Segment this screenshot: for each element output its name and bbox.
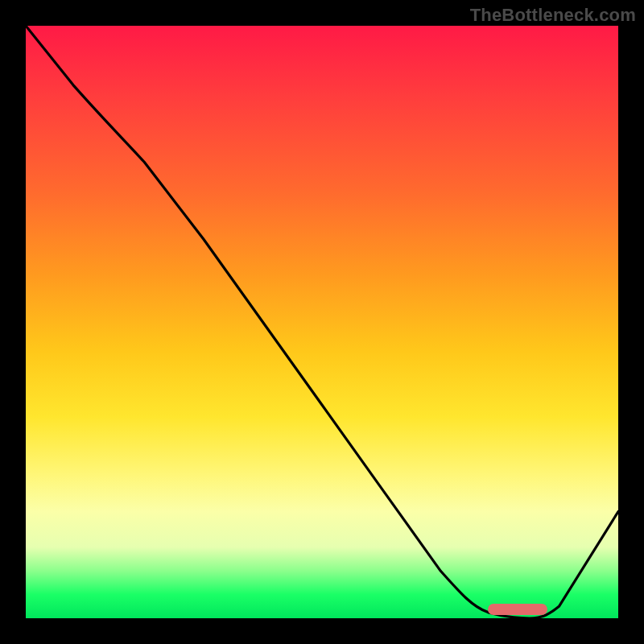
watermark-text: TheBottleneck.com — [470, 5, 636, 26]
plot-area — [26, 26, 618, 618]
chart-frame: TheBottleneck.com — [0, 0, 644, 644]
optimal-range-marker — [488, 604, 547, 615]
bottleneck-curve — [26, 26, 618, 618]
curve-path — [26, 26, 618, 618]
